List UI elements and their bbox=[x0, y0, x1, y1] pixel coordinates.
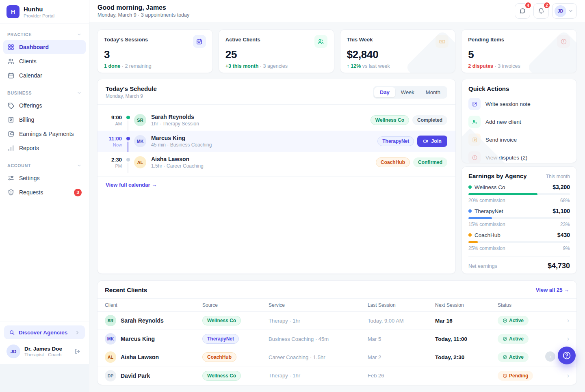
client-next-session: Mar 16 bbox=[435, 318, 498, 324]
table-row[interactable]: MK Marcus King TherapyNet Business Coach… bbox=[98, 330, 576, 348]
status-badge: Active bbox=[498, 316, 529, 325]
nav-section-business[interactable]: BUSINESS bbox=[3, 86, 86, 99]
appointment-details: 1.5hr · Career Coaching bbox=[151, 163, 204, 169]
quick-action-write-session-note[interactable]: Write session note bbox=[468, 98, 570, 110]
chevron-right-icon: › bbox=[555, 317, 569, 324]
avatar: AL bbox=[105, 351, 116, 363]
appointment-client-name: Aisha Lawson bbox=[151, 156, 204, 162]
check-circle-icon bbox=[503, 355, 507, 360]
notifications-button[interactable]: 2 bbox=[533, 3, 549, 19]
chevron-down-icon bbox=[77, 90, 82, 95]
timeline-line bbox=[128, 142, 128, 152]
sidebar-item-clients[interactable]: Clients bbox=[3, 54, 86, 68]
agency-commission: 25% commission bbox=[468, 246, 505, 251]
agency-dot bbox=[468, 233, 472, 237]
user-profile[interactable]: JD Dr. James Doe Therapist · Coach bbox=[4, 339, 85, 364]
account-menu-button[interactable]: JD bbox=[552, 3, 577, 19]
client-name: David Park bbox=[121, 373, 150, 379]
status-badge: Active bbox=[498, 334, 529, 344]
stat-label: Today's Sessions bbox=[104, 35, 148, 43]
sidebar-item-label: Requests bbox=[19, 189, 43, 196]
table-row[interactable]: SR Sarah Reynolds Wellness Co Therapy · … bbox=[98, 312, 576, 330]
stat-highlight: 2 disputes bbox=[468, 63, 493, 69]
appointment-row-current[interactable]: 11:00 Now MK Marcus King 45 min · Busine… bbox=[98, 131, 455, 152]
logout-button[interactable] bbox=[73, 347, 82, 356]
appointment-row[interactable]: 2:30 PM AL Aisha Lawson 1.5hr · Career C… bbox=[98, 152, 455, 173]
quick-action-label: Write session note bbox=[485, 101, 531, 107]
tab-month[interactable]: Month bbox=[420, 87, 446, 97]
requests-badge: 3 bbox=[74, 189, 82, 196]
receipt-icon bbox=[7, 116, 15, 123]
table-row[interactable]: DP David Park Wellness Co Therapy · 1hr … bbox=[98, 366, 576, 385]
users-icon bbox=[7, 58, 15, 65]
client-next-session: Today, 11:00 bbox=[435, 336, 498, 342]
users-icon bbox=[314, 35, 327, 48]
chevron-down-icon bbox=[77, 32, 82, 37]
stat-cards: Today's Sessions 3 1 done · 2 remaining … bbox=[97, 29, 577, 73]
calendar-check-icon bbox=[193, 35, 206, 48]
view-switcher: Day Week Month bbox=[373, 86, 447, 99]
nav-section-label: PRACTICE bbox=[7, 32, 32, 37]
earnings-bar bbox=[468, 193, 570, 195]
schedule-subtitle: Monday, March 9 bbox=[106, 93, 157, 99]
status-badge: Completed bbox=[412, 115, 447, 125]
sidebar-item-dashboard[interactable]: Dashboard bbox=[3, 40, 86, 54]
sidebar-item-settings[interactable]: Settings bbox=[3, 171, 86, 185]
user-name: Dr. James Doe bbox=[24, 346, 62, 353]
discover-agencies-button[interactable]: Discover Agencies bbox=[4, 325, 85, 339]
view-full-calendar-link[interactable]: View full calendar → bbox=[106, 182, 157, 188]
agency-name: TherapyNet bbox=[474, 208, 503, 214]
join-button[interactable]: Join bbox=[417, 136, 447, 147]
avatar: DP bbox=[105, 370, 116, 381]
view-all-clients-link[interactable]: View all 25 → bbox=[536, 287, 569, 293]
tab-day[interactable]: Day bbox=[374, 87, 395, 97]
calendar-icon bbox=[7, 72, 15, 79]
appointment-client-name: Marcus King bbox=[151, 135, 212, 141]
agency-commission: 15% commission bbox=[468, 222, 505, 227]
net-earnings-label: Net earnings bbox=[468, 263, 497, 269]
sidebar-item-billing[interactable]: Billing bbox=[3, 113, 86, 127]
avatar: AL bbox=[134, 156, 146, 168]
user-role: Therapist · Coach bbox=[24, 352, 62, 357]
earnings-bar bbox=[468, 217, 570, 219]
chevron-right-icon bbox=[75, 330, 80, 335]
quick-action-add-new-client[interactable]: Add new client bbox=[468, 116, 570, 128]
sidebar-item-earnings-payments[interactable]: Earnings & Payments bbox=[3, 127, 86, 141]
brand-subtitle: Provider Portal bbox=[24, 13, 54, 18]
earnings-by-agency-panel: Earnings by Agency This month Wellness C… bbox=[462, 166, 577, 274]
header: Good morning, James Monday, March 9 · 3 … bbox=[89, 0, 585, 22]
column-header-service: Service bbox=[269, 302, 368, 308]
scroll-next-button[interactable]: › bbox=[545, 351, 555, 362]
agency-badge: CoachHub bbox=[376, 157, 410, 167]
agency-share: 68% bbox=[560, 198, 570, 203]
tab-week[interactable]: Week bbox=[395, 87, 420, 97]
agency-badge: Wellness Co bbox=[370, 115, 409, 125]
appointment-list: 9:00 AM SR Sarah Reynolds 1hr · Therapy … bbox=[98, 105, 455, 173]
sidebar-item-label: Calendar bbox=[19, 72, 42, 79]
quick-actions-panel: Quick Actions Write session note Add new… bbox=[462, 79, 577, 163]
client-last-session: Feb 26 bbox=[368, 373, 435, 379]
agency-earnings-row: TherapyNet $1,100 15% commission 23% bbox=[468, 208, 570, 227]
sidebar-item-label: Reports bbox=[19, 145, 39, 151]
sidebar-item-requests[interactable]: Requests 3 bbox=[3, 185, 86, 199]
stat-highlight: ↑ 12% bbox=[347, 63, 361, 69]
stat-rest: · 3 invoices bbox=[493, 63, 520, 69]
appointment-row[interactable]: 9:00 AM SR Sarah Reynolds 1hr · Therapy … bbox=[98, 110, 455, 131]
sidebar-item-offerings[interactable]: Offerings bbox=[3, 99, 86, 112]
join-label: Join bbox=[431, 138, 442, 144]
sliders-icon bbox=[7, 174, 15, 182]
client-service: Therapy · 1hr bbox=[269, 373, 368, 379]
messages-button[interactable]: 4 bbox=[515, 3, 530, 19]
help-button[interactable] bbox=[558, 347, 576, 364]
nav-section-practice[interactable]: PRACTICE bbox=[3, 28, 86, 40]
agency-name: CoachHub bbox=[474, 232, 500, 238]
sidebar-item-reports[interactable]: Reports bbox=[3, 141, 86, 155]
quick-action-label: Add new client bbox=[485, 119, 521, 125]
table-row[interactable]: AL Aisha Lawson CoachHub Career Coaching… bbox=[98, 348, 576, 366]
question-circle-icon bbox=[562, 351, 572, 360]
nav-section-account[interactable]: ACCOUNT bbox=[3, 159, 86, 171]
source-badge: CoachHub bbox=[202, 352, 236, 362]
sidebar-item-label: Billing bbox=[19, 116, 34, 123]
sidebar-item-calendar[interactable]: Calendar bbox=[3, 69, 86, 82]
brand-logo: H bbox=[6, 5, 20, 18]
